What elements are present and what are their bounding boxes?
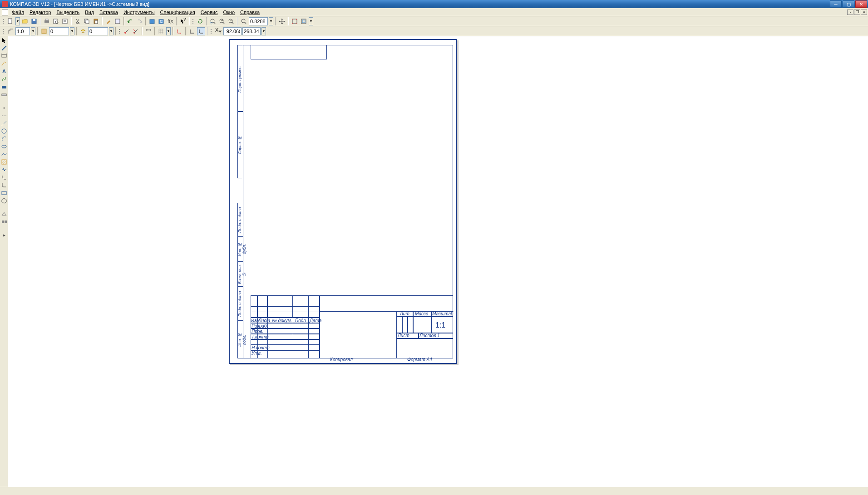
mdi-restore-button[interactable]: ❐ [854, 10, 860, 15]
svg-line-23 [214, 22, 215, 24]
save-button[interactable] [30, 17, 38, 25]
toolbar-grip-3[interactable] [2, 27, 5, 35]
line-tool[interactable] [1, 120, 7, 127]
undo-button[interactable] [126, 17, 134, 25]
zoom-dropdown[interactable]: ▼ [269, 17, 273, 25]
param-tool[interactable] [1, 83, 7, 90]
close-button[interactable]: ✕ [855, 0, 867, 8]
menu-select[interactable]: Выделить [54, 9, 82, 16]
pan-button[interactable] [278, 17, 286, 25]
rect-tool[interactable] [1, 190, 7, 196]
menu-help[interactable]: Справка [237, 9, 262, 16]
menu-service[interactable]: Сервис [198, 9, 221, 16]
layer-icon[interactable] [79, 27, 87, 35]
minimize-button[interactable]: ─ [830, 0, 842, 8]
hatch-tool[interactable] [1, 159, 7, 165]
var-button[interactable]: α [157, 17, 165, 25]
geometry-tool[interactable] [1, 45, 7, 51]
edit-tool[interactable] [1, 76, 7, 82]
fit-all-button[interactable] [300, 17, 308, 25]
svg-rect-54 [2, 160, 6, 164]
library-button[interactable] [148, 17, 156, 25]
grid-button[interactable] [157, 27, 165, 35]
dim-button[interactable] [144, 27, 153, 35]
new-dropdown[interactable]: ▼ [15, 17, 20, 25]
grid-dropdown[interactable]: ▼ [166, 27, 171, 35]
lcoord-button[interactable] [175, 27, 183, 35]
zoom-in-button[interactable]: + [218, 17, 226, 25]
step-dropdown[interactable]: ▼ [31, 27, 35, 35]
copy-button[interactable] [83, 17, 91, 25]
notation-tool[interactable] [1, 60, 7, 67]
zoom-scale-button[interactable] [240, 17, 248, 25]
ellipse-tool[interactable] [1, 143, 7, 150]
layer-input[interactable] [88, 27, 108, 35]
mdi-minimize-button[interactable]: - [847, 10, 853, 15]
step-input[interactable] [15, 27, 30, 35]
drawing-canvas[interactable]: Перв. примен. Справ. № Подп. и дата Инв.… [8, 36, 868, 487]
properties-button[interactable] [113, 17, 122, 25]
menu-view[interactable]: Вид [82, 9, 97, 16]
help-cursor-button[interactable]: ? [179, 17, 187, 25]
fillet-tool[interactable] [1, 182, 7, 188]
equid-tool[interactable] [1, 219, 7, 225]
menu-insert[interactable]: Вставка [97, 9, 121, 16]
x-coord-input[interactable] [223, 27, 242, 35]
snap2-button[interactable] [132, 27, 140, 35]
redo-button[interactable] [135, 17, 143, 25]
menu-window[interactable]: Окно [220, 9, 237, 16]
spline-tool[interactable] [1, 151, 7, 157]
toolbar-grip-4[interactable] [118, 27, 121, 35]
layer-dropdown[interactable]: ▼ [109, 27, 113, 35]
maximize-button[interactable]: ▢ [843, 0, 854, 8]
state-dropdown[interactable]: ▼ [70, 27, 74, 35]
fit-button[interactable] [291, 17, 299, 25]
open-button[interactable] [21, 17, 29, 25]
fx-button[interactable]: f(x) [166, 17, 174, 25]
circle-tool[interactable] [1, 128, 7, 134]
stamp-format: Формат A4 [407, 357, 432, 362]
state-icon[interactable] [40, 27, 48, 35]
aux-tool[interactable] [1, 113, 7, 119]
print-button[interactable] [43, 17, 51, 25]
toolbar-grip-5[interactable] [210, 27, 212, 35]
new-button[interactable] [6, 17, 15, 25]
select-tool[interactable] [1, 37, 7, 44]
brush-button[interactable] [104, 17, 113, 25]
menu-editor[interactable]: Редактор [27, 9, 54, 16]
ngon-tool[interactable] [1, 197, 7, 204]
refresh-button[interactable] [196, 17, 204, 25]
measure-tool[interactable] [1, 91, 7, 98]
expand-panel[interactable] [1, 232, 7, 239]
collect-tool[interactable] [1, 211, 7, 217]
zoom-out-button[interactable]: − [227, 17, 235, 25]
coord-dropdown[interactable]: ▼ [261, 27, 266, 35]
snap1-button[interactable] [123, 27, 131, 35]
mdi-close-button[interactable]: × [861, 10, 867, 15]
ortho-button[interactable] [188, 27, 196, 35]
toolbar-grip-2[interactable] [192, 17, 194, 25]
arc-tool[interactable] [1, 136, 7, 142]
cut-button[interactable] [74, 17, 82, 25]
round-button[interactable] [197, 27, 205, 35]
svg-text:Y: Y [218, 29, 222, 34]
menu-file[interactable]: Файл [9, 9, 27, 16]
preview-button[interactable] [52, 17, 60, 25]
menu-tools[interactable]: Инструменты [121, 9, 158, 16]
text-tool[interactable]: A [1, 68, 7, 74]
point-tool[interactable] [1, 105, 7, 111]
paste-button[interactable] [92, 17, 100, 25]
menu-spec[interactable]: Спецификация [158, 9, 198, 16]
toolbar-grip[interactable] [2, 17, 5, 25]
state-input[interactable] [49, 27, 69, 35]
zoom-window-button[interactable] [209, 17, 217, 25]
zoom-input[interactable] [249, 17, 268, 25]
chamfer-tool[interactable] [1, 174, 7, 181]
toolbar-standard: ▼ α f(x) ? + − ▼ ▼ [0, 16, 868, 26]
y-coord-input[interactable] [242, 27, 261, 35]
view-dropdown[interactable]: ▼ [309, 17, 313, 25]
prop-button[interactable] [61, 17, 69, 25]
break-tool[interactable] [1, 167, 7, 173]
document-icon[interactable] [2, 9, 8, 15]
dim-tool[interactable] [1, 53, 7, 59]
